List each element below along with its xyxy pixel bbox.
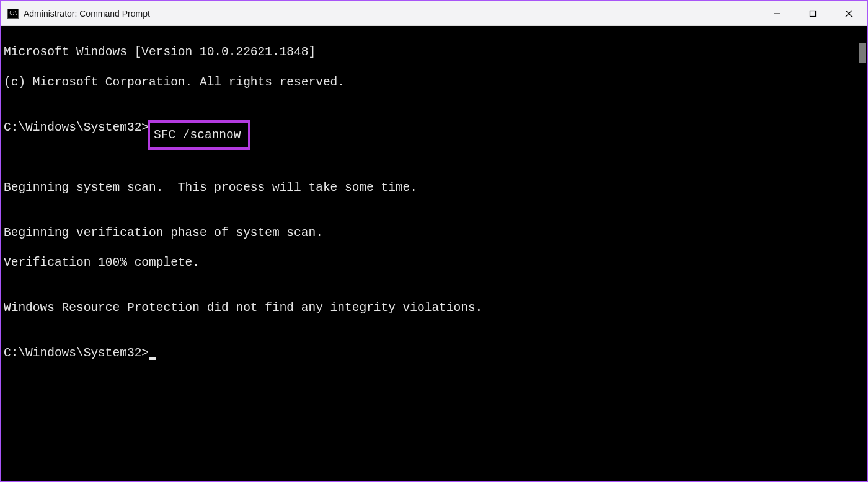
command-text: SFC /scannow: [154, 128, 241, 142]
cmd-icon: C:\: [7, 9, 19, 19]
svg-rect-1: [810, 11, 816, 16]
window-title: Administrator: Command Prompt: [24, 9, 150, 19]
command-highlight: SFC /scannow: [148, 120, 250, 150]
maximize-button[interactable]: [795, 1, 831, 25]
command-line: C:\Windows\System32>SFC /scannow: [4, 120, 864, 150]
terminal-content[interactable]: Microsoft Windows [Version 10.0.22621.18…: [1, 26, 867, 395]
scrollbar[interactable]: [857, 26, 867, 481]
command-prompt-window: C:\ Administrator: Command Prompt Micros…: [0, 0, 868, 482]
prompt-line: C:\Windows\System32>: [4, 346, 864, 361]
close-icon: [845, 10, 852, 17]
terminal-area[interactable]: Microsoft Windows [Version 10.0.22621.18…: [1, 26, 867, 481]
output-line: Microsoft Windows [Version 10.0.22621.18…: [4, 45, 864, 59]
minimize-icon: [773, 10, 781, 17]
close-button[interactable]: [831, 1, 867, 25]
output-line: (c) Microsoft Corporation. All rights re…: [4, 75, 864, 90]
window-controls: [759, 1, 867, 25]
cursor: [149, 357, 156, 360]
output-line: Beginning verification phase of system s…: [4, 226, 864, 240]
prompt-path: C:\Windows\System32>: [4, 346, 149, 360]
output-line: Windows Resource Protection did not find…: [4, 300, 864, 315]
scrollbar-thumb[interactable]: [859, 43, 866, 63]
titlebar-left: C:\ Administrator: Command Prompt: [7, 9, 150, 19]
titlebar[interactable]: C:\ Administrator: Command Prompt: [1, 1, 867, 26]
output-line: Beginning system scan. This process will…: [4, 180, 864, 195]
prompt-path: C:\Windows\System32>: [4, 120, 149, 135]
output-line: Verification 100% complete.: [4, 255, 864, 270]
minimize-button[interactable]: [759, 1, 795, 25]
maximize-icon: [809, 10, 817, 17]
